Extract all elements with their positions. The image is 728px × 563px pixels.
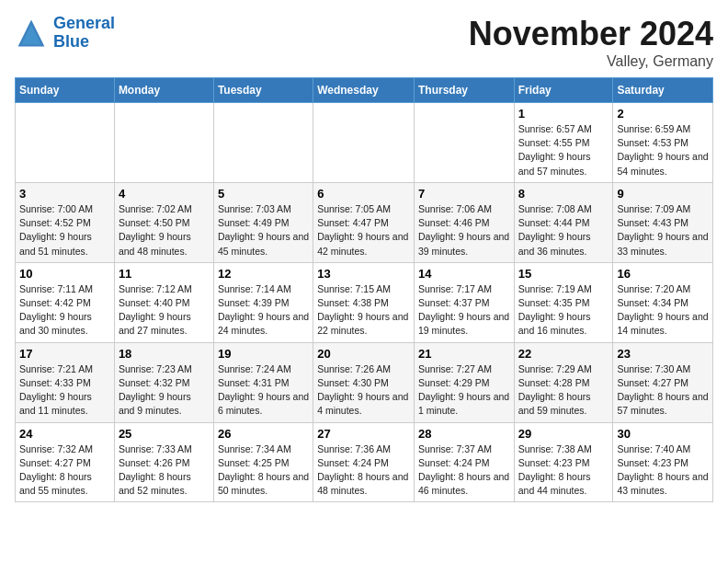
logo-text: General Blue [53, 15, 115, 52]
week-row-1: 1Sunrise: 6:57 AM Sunset: 4:55 PM Daylig… [16, 103, 713, 183]
cell-w2-d4: 6Sunrise: 7:05 AM Sunset: 4:47 PM Daylig… [313, 182, 415, 262]
cell-w3-d3: 12Sunrise: 7:14 AM Sunset: 4:39 PM Dayli… [213, 262, 313, 342]
day-info: Sunrise: 7:11 AM Sunset: 4:42 PM Dayligh… [19, 282, 110, 339]
day-info: Sunrise: 7:32 AM Sunset: 4:27 PM Dayligh… [19, 442, 110, 499]
day-info: Sunrise: 7:09 AM Sunset: 4:43 PM Dayligh… [617, 202, 709, 259]
cell-w4-d7: 23Sunrise: 7:30 AM Sunset: 4:27 PM Dayli… [613, 342, 713, 422]
cell-w3-d7: 16Sunrise: 7:20 AM Sunset: 4:34 PM Dayli… [613, 262, 713, 342]
week-row-5: 24Sunrise: 7:32 AM Sunset: 4:27 PM Dayli… [16, 422, 713, 502]
month-title: November 2024 [469, 15, 713, 53]
day-number: 17 [19, 347, 110, 361]
day-info: Sunrise: 7:03 AM Sunset: 4:49 PM Dayligh… [218, 202, 309, 259]
header-wednesday: Wednesday [313, 78, 415, 103]
day-info: Sunrise: 7:27 AM Sunset: 4:29 PM Dayligh… [418, 362, 510, 419]
day-number: 19 [218, 347, 309, 361]
day-number: 30 [617, 427, 709, 441]
day-number: 2 [617, 107, 709, 121]
day-info: Sunrise: 7:23 AM Sunset: 4:32 PM Dayligh… [119, 362, 210, 419]
day-info: Sunrise: 7:00 AM Sunset: 4:52 PM Dayligh… [19, 202, 110, 259]
day-info: Sunrise: 7:36 AM Sunset: 4:24 PM Dayligh… [317, 442, 410, 499]
day-info: Sunrise: 7:24 AM Sunset: 4:31 PM Dayligh… [218, 362, 309, 419]
day-info: Sunrise: 7:30 AM Sunset: 4:27 PM Dayligh… [617, 362, 709, 419]
location-subtitle: Valley, Germany [469, 53, 713, 70]
cell-w1-d6: 1Sunrise: 6:57 AM Sunset: 4:55 PM Daylig… [514, 103, 613, 183]
logo: General Blue [15, 15, 115, 52]
day-number: 15 [518, 267, 609, 281]
day-number: 29 [518, 427, 609, 441]
calendar-table: SundayMondayTuesdayWednesdayThursdayFrid… [15, 77, 713, 502]
logo-line2: Blue [53, 32, 89, 51]
cell-w1-d5 [414, 103, 514, 183]
week-row-2: 3Sunrise: 7:00 AM Sunset: 4:52 PM Daylig… [16, 182, 713, 262]
day-number: 16 [617, 267, 709, 281]
day-info: Sunrise: 7:21 AM Sunset: 4:33 PM Dayligh… [19, 362, 110, 419]
week-row-3: 10Sunrise: 7:11 AM Sunset: 4:42 PM Dayli… [16, 262, 713, 342]
day-number: 23 [617, 347, 709, 361]
cell-w4-d4: 20Sunrise: 7:26 AM Sunset: 4:30 PM Dayli… [313, 342, 415, 422]
day-number: 11 [119, 267, 210, 281]
day-info: Sunrise: 7:05 AM Sunset: 4:47 PM Dayligh… [317, 202, 410, 259]
cell-w5-d4: 27Sunrise: 7:36 AM Sunset: 4:24 PM Dayli… [313, 422, 415, 502]
day-number: 24 [19, 427, 110, 441]
cell-w4-d1: 17Sunrise: 7:21 AM Sunset: 4:33 PM Dayli… [16, 342, 115, 422]
cell-w5-d5: 28Sunrise: 7:37 AM Sunset: 4:24 PM Dayli… [414, 422, 514, 502]
calendar-header-row: SundayMondayTuesdayWednesdayThursdayFrid… [16, 78, 713, 103]
day-number: 18 [119, 347, 210, 361]
cell-w5-d1: 24Sunrise: 7:32 AM Sunset: 4:27 PM Dayli… [16, 422, 115, 502]
day-number: 22 [518, 347, 609, 361]
title-block: November 2024 Valley, Germany [469, 15, 713, 70]
header-tuesday: Tuesday [213, 78, 313, 103]
day-number: 27 [317, 427, 410, 441]
cell-w3-d2: 11Sunrise: 7:12 AM Sunset: 4:40 PM Dayli… [114, 262, 213, 342]
day-info: Sunrise: 7:06 AM Sunset: 4:46 PM Dayligh… [418, 202, 510, 259]
cell-w5-d2: 25Sunrise: 7:33 AM Sunset: 4:26 PM Dayli… [114, 422, 213, 502]
day-number: 21 [418, 347, 510, 361]
cell-w2-d5: 7Sunrise: 7:06 AM Sunset: 4:46 PM Daylig… [414, 182, 514, 262]
day-info: Sunrise: 7:17 AM Sunset: 4:37 PM Dayligh… [418, 282, 510, 339]
day-info: Sunrise: 7:19 AM Sunset: 4:35 PM Dayligh… [518, 282, 609, 339]
day-info: Sunrise: 7:29 AM Sunset: 4:28 PM Dayligh… [518, 362, 609, 419]
day-number: 4 [119, 187, 210, 201]
cell-w5-d3: 26Sunrise: 7:34 AM Sunset: 4:25 PM Dayli… [213, 422, 313, 502]
cell-w4-d2: 18Sunrise: 7:23 AM Sunset: 4:32 PM Dayli… [114, 342, 213, 422]
cell-w1-d2 [114, 103, 213, 183]
day-info: Sunrise: 7:37 AM Sunset: 4:24 PM Dayligh… [418, 442, 510, 499]
day-info: Sunrise: 7:02 AM Sunset: 4:50 PM Dayligh… [119, 202, 210, 259]
day-number: 7 [418, 187, 510, 201]
day-info: Sunrise: 6:57 AM Sunset: 4:55 PM Dayligh… [518, 122, 609, 178]
day-info: Sunrise: 7:40 AM Sunset: 4:23 PM Dayligh… [617, 442, 709, 499]
header-friday: Friday [514, 78, 613, 103]
cell-w3-d4: 13Sunrise: 7:15 AM Sunset: 4:38 PM Dayli… [313, 262, 415, 342]
week-row-4: 17Sunrise: 7:21 AM Sunset: 4:33 PM Dayli… [16, 342, 713, 422]
day-number: 12 [218, 267, 309, 281]
day-info: Sunrise: 7:08 AM Sunset: 4:44 PM Dayligh… [518, 202, 609, 259]
page-header: General Blue November 2024 Valley, Germa… [15, 15, 713, 70]
day-number: 14 [418, 267, 510, 281]
header-thursday: Thursday [414, 78, 514, 103]
cell-w1-d1 [16, 103, 115, 183]
cell-w4-d3: 19Sunrise: 7:24 AM Sunset: 4:31 PM Dayli… [213, 342, 313, 422]
cell-w5-d7: 30Sunrise: 7:40 AM Sunset: 4:23 PM Dayli… [613, 422, 713, 502]
day-number: 10 [19, 267, 110, 281]
cell-w3-d6: 15Sunrise: 7:19 AM Sunset: 4:35 PM Dayli… [514, 262, 613, 342]
day-info: Sunrise: 7:26 AM Sunset: 4:30 PM Dayligh… [317, 362, 410, 419]
day-number: 5 [218, 187, 309, 201]
day-info: Sunrise: 7:33 AM Sunset: 4:26 PM Dayligh… [119, 442, 210, 499]
cell-w4-d6: 22Sunrise: 7:29 AM Sunset: 4:28 PM Dayli… [514, 342, 613, 422]
logo-line1: General [53, 14, 115, 32]
day-number: 20 [317, 347, 410, 361]
cell-w2-d1: 3Sunrise: 7:00 AM Sunset: 4:52 PM Daylig… [16, 182, 115, 262]
header-monday: Monday [114, 78, 213, 103]
day-number: 25 [119, 427, 210, 441]
header-saturday: Saturday [613, 78, 713, 103]
day-number: 28 [418, 427, 510, 441]
day-info: Sunrise: 7:34 AM Sunset: 4:25 PM Dayligh… [218, 442, 309, 499]
day-info: Sunrise: 7:12 AM Sunset: 4:40 PM Dayligh… [119, 282, 210, 339]
day-info: Sunrise: 7:15 AM Sunset: 4:38 PM Dayligh… [317, 282, 410, 339]
day-number: 6 [317, 187, 410, 201]
day-number: 8 [518, 187, 609, 201]
cell-w1-d4 [313, 103, 415, 183]
day-info: Sunrise: 7:20 AM Sunset: 4:34 PM Dayligh… [617, 282, 709, 339]
cell-w3-d5: 14Sunrise: 7:17 AM Sunset: 4:37 PM Dayli… [414, 262, 514, 342]
day-info: Sunrise: 7:38 AM Sunset: 4:23 PM Dayligh… [518, 442, 609, 499]
